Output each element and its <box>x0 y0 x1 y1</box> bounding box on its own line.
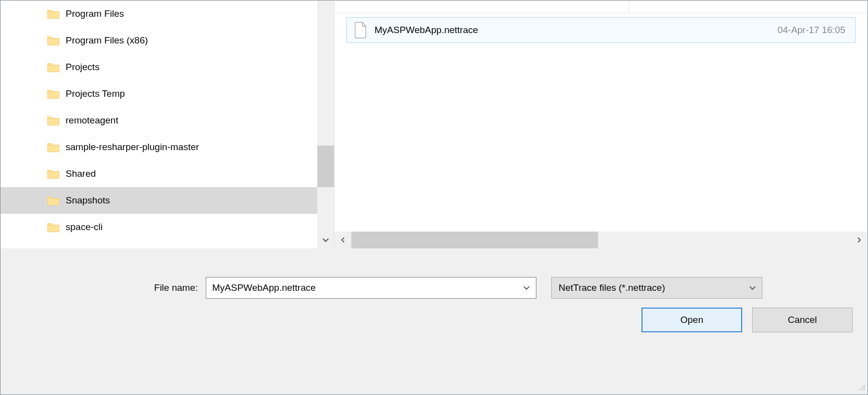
tree-item[interactable]: Projects <box>0 54 317 80</box>
hscroll-left-button[interactable] <box>335 232 351 248</box>
filename-row: File name: NetTrace files (*.nettrace) <box>15 277 853 299</box>
folder-icon <box>47 222 60 233</box>
svg-rect-0 <box>864 385 865 386</box>
tree-item-label: Projects Temp <box>66 88 125 99</box>
tree-item-label: sample-resharper-plugin-master <box>66 142 199 153</box>
tree-item[interactable]: Program Files (x86) <box>0 27 317 54</box>
dialog-button-row: Open Cancel <box>15 308 853 332</box>
tree-scroll-down-button[interactable] <box>317 232 334 248</box>
hscroll-right-button[interactable] <box>851 232 868 248</box>
filename-label: File name: <box>15 282 198 293</box>
dialog-bottom-bar: File name: NetTrace files (*.nettrace) O… <box>0 248 868 395</box>
tree-item[interactable]: space-cli <box>0 214 317 240</box>
chevron-down-icon <box>322 237 329 243</box>
tree-item[interactable]: Snapshots <box>0 187 317 214</box>
filename-dropdown-button[interactable] <box>517 277 536 298</box>
open-button[interactable]: Open <box>642 308 742 332</box>
tree-item[interactable]: Projects Temp <box>0 80 317 107</box>
cancel-button-label: Cancel <box>788 315 817 325</box>
folder-tree[interactable]: Program FilesProgram Files (x86)Projects… <box>0 0 317 248</box>
folder-icon <box>47 142 60 153</box>
file-icon <box>354 22 368 39</box>
tree-item-label: Program Files (x86) <box>66 35 148 46</box>
file-row[interactable]: MyASPWebApp.nettrace04-Apr-17 16:05 <box>346 17 856 43</box>
folder-icon <box>47 8 60 19</box>
tree-scrollbar[interactable] <box>317 0 334 248</box>
resize-grip-icon[interactable] <box>858 383 866 393</box>
file-type-filter-combobox[interactable]: NetTrace files (*.nettrace) <box>551 277 762 299</box>
dialog-panes: Program FilesProgram Files (x86)Projects… <box>0 0 868 248</box>
filename-input[interactable] <box>206 277 517 298</box>
file-open-dialog: Program FilesProgram Files (x86)Projects… <box>0 0 868 395</box>
svg-rect-4 <box>862 389 863 390</box>
tree-item[interactable]: sample-resharper-plugin-master <box>0 134 317 160</box>
file-date: 04-Apr-17 16:05 <box>778 25 848 36</box>
tree-item-label: Program Files <box>66 8 124 19</box>
tree-item[interactable]: Shared <box>0 160 317 187</box>
folder-icon <box>47 62 60 73</box>
chevron-right-icon <box>856 237 862 243</box>
svg-rect-1 <box>862 387 863 388</box>
chevron-down-icon <box>523 284 530 291</box>
file-list-header[interactable] <box>335 0 868 13</box>
hscroll-thumb[interactable] <box>351 232 598 248</box>
chevron-left-icon <box>340 237 346 243</box>
hscroll-track[interactable] <box>351 232 851 248</box>
column-separator[interactable] <box>629 0 629 13</box>
folder-icon <box>47 115 60 126</box>
cancel-button[interactable]: Cancel <box>752 308 853 332</box>
file-list-hscrollbar[interactable] <box>335 232 868 248</box>
tree-item-label: remoteagent <box>66 115 118 126</box>
svg-rect-2 <box>864 387 865 388</box>
tree-item[interactable]: remoteagent <box>0 107 317 134</box>
open-button-label: Open <box>680 315 703 325</box>
svg-rect-3 <box>860 389 861 390</box>
filename-combobox[interactable] <box>206 277 536 299</box>
tree-item-label: space-cli <box>66 222 103 233</box>
chevron-down-icon <box>749 284 756 291</box>
file-list-pane: MyASPWebApp.nettrace04-Apr-17 16:05 <box>334 0 868 248</box>
tree-scrollbar-thumb[interactable] <box>317 146 334 187</box>
filter-dropdown-button[interactable] <box>743 277 762 298</box>
folder-icon <box>47 168 60 179</box>
folder-tree-pane: Program FilesProgram Files (x86)Projects… <box>0 0 334 248</box>
file-list[interactable]: MyASPWebApp.nettrace04-Apr-17 16:05 <box>335 13 868 232</box>
file-type-filter-label: NetTrace files (*.nettrace) <box>559 282 743 293</box>
tree-item-label: Snapshots <box>66 195 110 206</box>
tree-item-label: Projects <box>66 62 100 73</box>
svg-rect-5 <box>864 389 865 390</box>
tree-item[interactable]: Program Files <box>0 0 317 27</box>
tree-item-label: Shared <box>66 168 96 179</box>
file-name: MyASPWebApp.nettrace <box>375 25 778 36</box>
folder-icon <box>47 195 60 206</box>
folder-icon <box>47 35 60 46</box>
folder-icon <box>47 88 60 99</box>
